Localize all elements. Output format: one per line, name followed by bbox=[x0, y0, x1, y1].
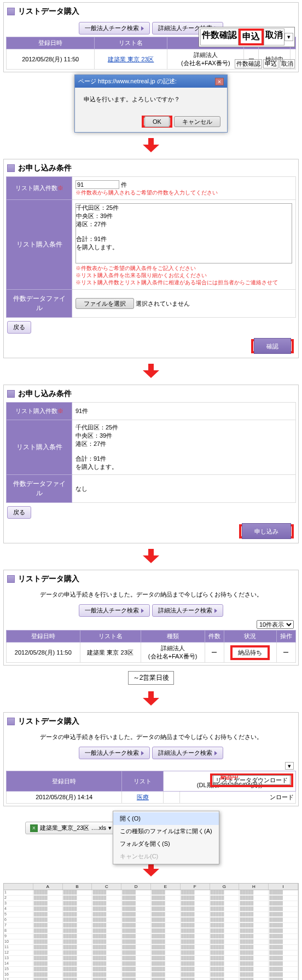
menu-open[interactable]: 開く(O) bbox=[113, 812, 219, 825]
panel-title: お申し込み条件 bbox=[18, 389, 72, 399]
listname-link[interactable]: 建築業 東京 23区 bbox=[108, 56, 154, 62]
btn-general-search[interactable]: 一般法人チーク検索 bbox=[79, 747, 150, 759]
file-select-btn[interactable]: ファイルを選択 bbox=[76, 298, 134, 309]
page-size-select[interactable]: 10件表示 bbox=[257, 620, 294, 629]
dropdown-icon[interactable]: ▾ bbox=[284, 33, 293, 41]
label-file: 件数データファイル bbox=[7, 475, 72, 503]
arrow-icon bbox=[0, 546, 302, 568]
panel-icon bbox=[7, 718, 15, 725]
panel-list-purchase-1: リストデータ購入 一般法人チーク検索 詳細法人チーク検索 登録日時リスト名種類 … bbox=[3, 2, 299, 72]
download-button[interactable]: リストデータダウンロード bbox=[213, 775, 291, 785]
confirm-count-btn[interactable]: 件数確認 bbox=[200, 28, 239, 45]
cancel-btn[interactable]: 取消 bbox=[264, 28, 284, 45]
label-file: 件数データファイル bbox=[7, 290, 72, 318]
label-conditions: リスト購入条件 bbox=[7, 200, 72, 290]
dialog-title: ページ https://www.netreal.jp の記述: bbox=[78, 77, 177, 85]
file-chip[interactable]: X 建築業_東京_23区 ….xls ▾ bbox=[25, 822, 117, 834]
panel-title: リストデータ購入 bbox=[18, 574, 79, 584]
panel-apply-conditions-1: お申し込み条件 リスト購入件数※ 件※件数表から購入されるご希望の件数を入力して… bbox=[3, 159, 299, 358]
table-row: 2012/05/28(月) 14:14 医療 ンロード bbox=[7, 792, 296, 804]
btn-detail-search[interactable]: 詳細法人チーク検索 bbox=[152, 604, 223, 617]
wait-callout: ～2営業日後 bbox=[128, 671, 175, 685]
menu-folder[interactable]: フォルダを開く(S) bbox=[113, 838, 219, 850]
arrow-icon bbox=[0, 360, 302, 382]
apply-btn-hilite: 申込 bbox=[239, 28, 264, 45]
cancel-button[interactable]: キャンセル bbox=[174, 116, 220, 127]
condition-textarea[interactable]: 千代田区：25件 中央区：39件 港区：27件 合計：91件 を購入します。 bbox=[76, 203, 292, 263]
btn-general-search[interactable]: 一般法人チーク検索 bbox=[79, 22, 150, 35]
close-icon[interactable]: × bbox=[215, 78, 224, 85]
panel-icon bbox=[7, 164, 15, 172]
arrow-icon bbox=[0, 135, 302, 157]
label-count: リスト購入件数 bbox=[15, 185, 57, 191]
panel-icon bbox=[7, 575, 15, 583]
list-link[interactable]: 医療 bbox=[137, 794, 149, 800]
condition-warn: ※件数表からご希望の購入条件をご記入ください ※リスト購入条件を出来る限り細かく… bbox=[76, 265, 292, 286]
back-button[interactable]: 戻る bbox=[7, 321, 31, 334]
panel-icon bbox=[7, 390, 15, 398]
arrow-icon bbox=[0, 688, 302, 710]
panel-icon bbox=[7, 8, 15, 15]
panel-title: お申し込み条件 bbox=[18, 163, 72, 173]
back-button[interactable]: 戻る bbox=[7, 506, 31, 519]
label-count: リスト購入件数 bbox=[15, 408, 57, 414]
file-value: なし bbox=[72, 475, 296, 503]
panel-list-purchase-3: リストデータ購入 データの申込手続きを行いました。データの納品まで今しばらくお待… bbox=[3, 712, 299, 806]
condition-text: 千代田区：25件 中央区：39件 港区：27件 合計：91件 を購入します。 bbox=[72, 420, 296, 475]
btn-general-search[interactable]: 一般法人チーク検索 bbox=[79, 604, 150, 617]
row-confirm[interactable]: 件数確認 bbox=[235, 59, 262, 68]
btn-detail-search[interactable]: 詳細法人チーク検索 bbox=[152, 747, 223, 759]
dialog-msg: 申込を行います。よろしいですか？ bbox=[75, 88, 227, 111]
row-actions: 件数確認 申込 取消 bbox=[235, 59, 295, 68]
file-status: 選択されていません bbox=[136, 300, 190, 307]
confirm-button[interactable]: 確認 bbox=[254, 338, 291, 354]
count-value: 91件 bbox=[72, 403, 296, 420]
menu-cancel: キャンセル(C) bbox=[113, 850, 219, 863]
action-buttons-top: 件数確認 申込 取消 ▾ bbox=[199, 27, 295, 47]
status-message: データの申込手続きを行いました。データの納品まで今しばらくお待ちください。 bbox=[6, 587, 296, 602]
status-message: データの申込手続きを行いました。データの納品まで今しばらくお待ちください。 bbox=[6, 730, 296, 744]
download-menu: 開く(O) この種類のファイルは常に開く(A) フォルダを開く(S) キャンセル… bbox=[113, 811, 219, 864]
confirm-dialog: ページ https://www.netreal.jp の記述:× 申込を行います… bbox=[74, 74, 228, 133]
xls-icon: X bbox=[30, 824, 38, 832]
panel-apply-conditions-2: お申し込み条件 リスト購入件数※91件 リスト購入条件千代田区：25件 中央区：… bbox=[3, 385, 299, 543]
menu-always-open[interactable]: この種類のファイルは常に開く(A) bbox=[113, 825, 219, 838]
table-row: 2012/05/28(月) 11:50 建築業 東京 23区 詳細法人 (会社名… bbox=[7, 643, 296, 663]
chevron-down-icon[interactable]: ▾ bbox=[108, 824, 112, 832]
panel-list-purchase-2: リストデータ購入 データの申込手続きを行いました。データの納品まで今しばらくお待… bbox=[3, 570, 299, 666]
panel-title: リストデータ購入 bbox=[18, 7, 79, 16]
count-warn: ※件数表から購入されるご希望の件数を入力してください bbox=[76, 190, 218, 196]
status-waiting: 納品待ち bbox=[230, 645, 270, 660]
panel-title: リストデータ購入 bbox=[18, 717, 79, 726]
spreadsheet: ABCDEFGHI 1█████████████████████████████… bbox=[3, 883, 299, 980]
row-apply[interactable]: 申込 bbox=[263, 59, 278, 68]
apply-btn[interactable]: 申込 bbox=[241, 31, 261, 42]
row-cancel[interactable]: 取消 bbox=[280, 59, 295, 68]
count-input[interactable] bbox=[76, 180, 119, 189]
label-conditions: リスト購入条件 bbox=[7, 420, 72, 475]
dropdown-icon[interactable]: ▾ bbox=[285, 762, 294, 770]
ok-button[interactable]: OK bbox=[144, 116, 170, 127]
apply-button[interactable]: 申し込み bbox=[242, 523, 291, 539]
